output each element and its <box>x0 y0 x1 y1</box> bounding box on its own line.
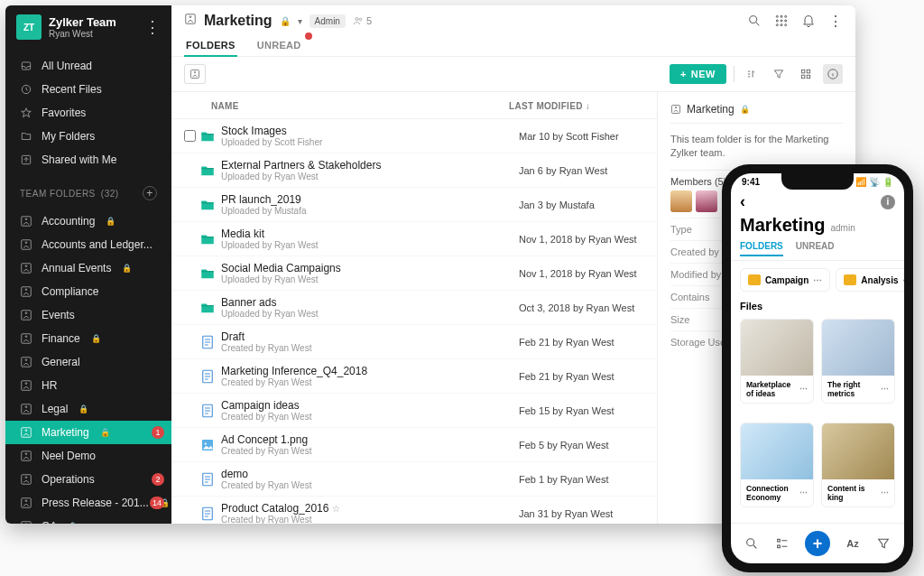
sidebar-folder-item[interactable]: General <box>5 350 171 374</box>
file-row[interactable]: PR launch_2019 Uploaded by Mustafa Jan 3… <box>171 188 657 222</box>
file-thumbnail <box>741 320 813 376</box>
back-icon[interactable]: ‹ <box>740 192 745 211</box>
sidebar-folder-item[interactable]: Compliance <box>5 280 171 303</box>
sidebar-menu-icon[interactable]: ⋮ <box>144 17 161 37</box>
sidebar-folder-item[interactable]: Events <box>5 303 171 327</box>
file-row[interactable]: Campaign ideas Created by Ryan West Feb … <box>171 394 657 428</box>
sidebar-nav-item[interactable]: Shared with Me <box>5 148 171 172</box>
file-meta: Uploaded by Ryan West <box>221 172 519 181</box>
folder-icon <box>844 274 856 285</box>
members-count[interactable]: 5 <box>353 15 372 26</box>
sidebar-folder-item[interactable]: Annual Events🔒 <box>5 256 171 280</box>
file-row[interactable]: Marketing Inference_Q4_2018 Created by R… <box>171 359 657 394</box>
svg-point-12 <box>25 312 27 314</box>
apps-icon[interactable] <box>774 14 789 28</box>
more-icon[interactable]: ⋯ <box>881 385 889 394</box>
add-button[interactable]: + <box>805 531 830 556</box>
sidebar-nav-item[interactable]: Recent Files <box>5 78 171 101</box>
sort-icon[interactable]: Az <box>845 535 861 552</box>
phone-file-card[interactable]: Marketplace of ideas⋯ <box>740 319 814 404</box>
sidebar-folder-item[interactable]: Accounting🔒 <box>5 209 171 233</box>
file-row[interactable]: Banner ads Uploaded by Ryan West Oct 3, … <box>171 291 657 325</box>
file-row[interactable]: demo Created by Ryan West Feb 1 by Ryan … <box>171 462 657 497</box>
file-modified: Oct 3, 2018 by Ryan West <box>519 302 657 313</box>
sidebar-folder-item[interactable]: Accounts and Ledger... <box>5 233 171 256</box>
lock-icon: 🔒 <box>79 404 88 413</box>
file-row[interactable]: Draft Created by Ryan West Feb 21 by Rya… <box>171 325 657 359</box>
sidebar-nav-item[interactable]: Favorites <box>5 101 171 125</box>
tab-folders[interactable]: FOLDERS <box>184 34 237 56</box>
filter-icon[interactable] <box>875 535 892 552</box>
more-icon[interactable]: ⋯ <box>813 275 822 285</box>
file-row[interactable]: Media kit Uploaded by Ryan West Nov 1, 2… <box>171 222 657 256</box>
svg-rect-0 <box>22 62 30 70</box>
file-row[interactable]: Social Media Campaigns Uploaded by Ryan … <box>171 256 657 291</box>
file-row[interactable]: Product Catalog_2016☆ Created by Ryan We… <box>171 497 657 524</box>
row-checkbox[interactable] <box>184 130 196 142</box>
sidebar-nav-item[interactable]: My Folders <box>5 125 171 148</box>
sidebar-folder-item[interactable]: Legal🔒 <box>5 397 171 421</box>
view-icon[interactable] <box>796 64 816 84</box>
avatar[interactable] <box>670 190 692 212</box>
svg-point-44 <box>785 24 787 26</box>
search-icon[interactable] <box>744 535 760 552</box>
phone-folder-card[interactable]: Analysis⋯ <box>836 268 904 292</box>
sidebar-nav-item[interactable]: All Unread <box>5 54 171 78</box>
org-icon <box>20 403 32 415</box>
add-team-folder-icon[interactable]: + <box>143 186 157 200</box>
file-thumbnail <box>741 423 813 479</box>
file-row[interactable]: Ad Concept 1.png Created by Ryan West Fe… <box>171 428 657 462</box>
phone-status-icons: 📶 📡 🔋 <box>855 177 893 187</box>
svg-point-34 <box>359 18 362 21</box>
sidebar-nav: All UnreadRecent FilesFavoritesMy Folder… <box>5 49 171 177</box>
new-button[interactable]: +NEW <box>670 64 726 84</box>
sidebar-folder-item[interactable]: Marketing🔒1 <box>5 421 171 444</box>
filter-icon[interactable] <box>769 64 789 84</box>
phone-files-label: Files <box>731 299 904 315</box>
phone-tab[interactable]: FOLDERS <box>740 241 783 256</box>
tab-unread[interactable]: UNREAD <box>255 34 303 56</box>
phone-file-card[interactable]: Connection Economy⋯ <box>740 423 814 507</box>
sidebar: ZT Zylker Team Ryan West ⋮ All UnreadRec… <box>5 5 171 524</box>
bell-icon[interactable] <box>801 14 816 28</box>
phone-file-card[interactable]: Content is king⋯ <box>821 423 895 507</box>
svg-rect-63 <box>778 545 781 548</box>
sidebar-folder-item[interactable]: Press Release - 201...🔒14 <box>5 491 171 515</box>
col-name[interactable]: NAME <box>211 101 509 111</box>
sidebar-folder-item[interactable]: Neel Demo <box>5 444 171 468</box>
avatar[interactable] <box>696 190 717 212</box>
phone-screen: 9:41 📶 📡 🔋 ‹ i Marketing admin FOLDERSUN… <box>731 173 904 563</box>
file-row[interactable]: External Partners & Stakeholders Uploade… <box>171 153 657 188</box>
sidebar-folder-label: Press Release - 201... <box>42 497 149 509</box>
lock-icon: 🔒 <box>91 334 101 343</box>
file-row[interactable]: Stock Images Uploaded by Scott Fisher Ma… <box>171 119 657 153</box>
phone-folder-card[interactable]: Campaign⋯ <box>740 268 830 292</box>
sidebar-folder-item[interactable]: HR <box>5 374 171 397</box>
more-icon[interactable]: ⋯ <box>881 488 889 497</box>
org-icon <box>20 238 32 251</box>
info-icon[interactable] <box>823 64 843 84</box>
svg-point-41 <box>785 20 787 22</box>
more-icon[interactable]: ⋯ <box>799 385 808 394</box>
phone-tab[interactable]: UNREAD <box>796 241 835 256</box>
info-icon[interactable]: i <box>881 195 895 209</box>
file-name: Draft <box>221 330 519 343</box>
svg-point-22 <box>25 430 27 432</box>
phone-file-card[interactable]: The right metrics⋯ <box>821 319 895 404</box>
team-avatar[interactable]: ZT <box>16 14 42 40</box>
sidebar-folder-item[interactable]: Operations2 <box>5 468 171 491</box>
sidebar-folder-label: Marketing <box>42 426 89 439</box>
sidebar-folder-item[interactable]: Finance🔒 <box>5 327 171 350</box>
badge: 1 <box>152 426 164 439</box>
file-card-label: Connection Economy <box>746 484 799 502</box>
sort-icon[interactable] <box>742 64 762 84</box>
list-icon[interactable] <box>774 535 790 552</box>
sidebar-folder-item[interactable]: QA🔒 <box>5 515 171 524</box>
breadcrumb-icon[interactable] <box>184 64 206 84</box>
more-icon[interactable]: ⋮ <box>828 14 843 28</box>
title-dropdown-icon[interactable]: ▾ <box>298 16 302 26</box>
more-icon[interactable]: ⋯ <box>902 275 904 285</box>
more-icon[interactable]: ⋯ <box>799 488 808 497</box>
col-modified[interactable]: LAST MODIFIED ↓ <box>509 101 653 111</box>
search-icon[interactable] <box>747 14 762 28</box>
